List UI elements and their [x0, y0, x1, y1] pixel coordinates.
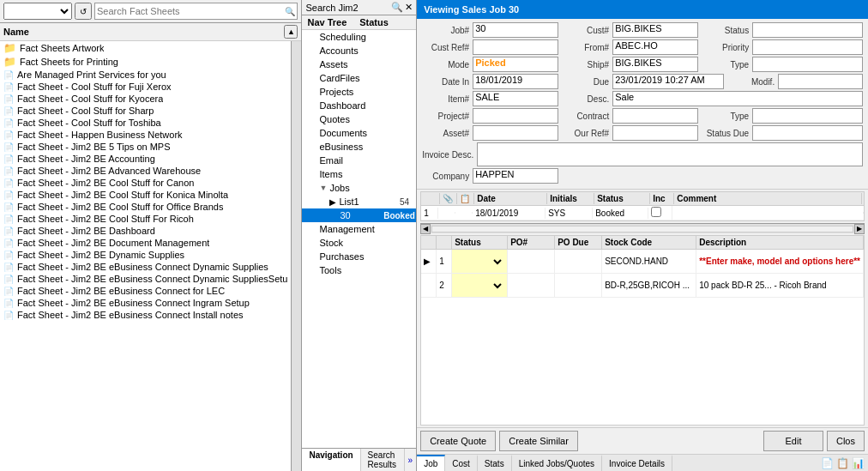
file-list-item[interactable]: 📄Fact Sheet - Jim2 BE eBusiness Connect …: [0, 297, 291, 309]
file-list-item[interactable]: 📄Fact Sheet - Jim2 BE eBusiness Connect …: [0, 309, 291, 321]
file-list-item[interactable]: 📄Fact Sheet - Jim2 BE Cool Stuff For Ric…: [0, 213, 291, 225]
due-field[interactable]: 23/01/2019 10:27 AM: [612, 74, 724, 89]
file-list-item[interactable]: 📄Fact Sheet - Cool Stuff for Fuji Xerox: [0, 81, 291, 93]
tab-job[interactable]: Job: [417, 455, 445, 471]
file-list-item[interactable]: 📄Are Managed Print Services for you: [0, 69, 291, 81]
status-due-field[interactable]: [752, 125, 863, 141]
nav-item[interactable]: Accounts: [302, 44, 416, 57]
expand-arrow[interactable]: »: [405, 449, 417, 471]
close-icon[interactable]: ✕: [405, 2, 413, 13]
mode-field[interactable]: Picked: [473, 57, 558, 72]
modif-field[interactable]: [778, 74, 863, 89]
file-list-item[interactable]: 📄Fact Sheet - Jim2 BE Dynamic Supplies: [0, 249, 291, 261]
file-list-item[interactable]: 📄Fact Sheet - Cool Stuff for Sharp: [0, 105, 291, 117]
our-ref-field[interactable]: [612, 125, 698, 141]
nav-item[interactable]: Scheduling: [302, 30, 416, 44]
job-field[interactable]: 30: [473, 22, 558, 38]
file-list-item[interactable]: 📁Fact Sheets Artwork: [0, 41, 291, 55]
navigation-tab[interactable]: Navigation: [302, 449, 360, 471]
priority-field[interactable]: [752, 39, 863, 55]
search-input[interactable]: [97, 6, 285, 16]
sort-up-button[interactable]: ▲: [284, 25, 298, 39]
tab-cost[interactable]: Cost: [445, 455, 478, 471]
search-icon[interactable]: 🔍: [391, 2, 403, 13]
nav-item[interactable]: Documents: [302, 126, 416, 140]
scroll-left-btn[interactable]: ◀: [420, 224, 431, 234]
tab-stats[interactable]: Stats: [478, 455, 512, 471]
search-icon[interactable]: 🔍: [285, 7, 295, 16]
comment-cell[interactable]: [672, 212, 864, 214]
invoice-desc-field[interactable]: [477, 142, 863, 166]
status-field[interactable]: [752, 22, 863, 38]
lower-grid-row-2[interactable]: 2 BD-R,25GB,RICOH ... 10 pack BD-R 25...…: [421, 274, 864, 298]
ship-field[interactable]: BIG.BIKES: [612, 57, 698, 72]
from-field[interactable]: ABEC.HO: [612, 39, 698, 55]
cust-ref-field[interactable]: [473, 39, 558, 55]
nav-item[interactable]: ▼ Jobs: [302, 181, 416, 195]
file-list-item[interactable]: 📄Fact Sheet - Jim2 BE eBusiness Connect …: [0, 261, 291, 273]
file-list-item[interactable]: 📄Fact Sheet - Jim2 BE 5 Tips on MPS: [0, 141, 291, 153]
nav-item[interactable]: ▶ List154: [302, 195, 416, 208]
create-similar-button[interactable]: Create Similar: [499, 431, 578, 451]
refresh-button[interactable]: ↺: [75, 3, 92, 20]
file-list-item[interactable]: 📄Fact Sheet - Jim2 BE Advanced Warehouse: [0, 165, 291, 177]
type2-field[interactable]: [752, 108, 863, 124]
tab-linked-jobs[interactable]: Linked Jobs/Quotes: [512, 455, 602, 471]
upper-grid-row[interactable]: 1 18/01/2019 SYS Booked: [421, 206, 864, 220]
nav-item[interactable]: Projects: [302, 85, 416, 99]
nav-item[interactable]: Assets: [302, 57, 416, 71]
file-list-item[interactable]: 📄Fact Sheet - Jim2 BE Cool Stuff for Off…: [0, 201, 291, 213]
nav-item[interactable]: CardFiles: [302, 71, 416, 85]
nav-item[interactable]: Management: [302, 222, 416, 236]
file-list-item[interactable]: 📄Fact Sheet - Cool Stuff for Toshiba: [0, 117, 291, 129]
file-list-item[interactable]: 📄Fact Sheet - Cool Stuff for Kyocera: [0, 93, 291, 105]
cust-num-field[interactable]: BIG.BIKES: [612, 22, 698, 38]
lower-grid-row-1[interactable]: ▶ 1 SECOND.HAND **Enter make, model and …: [421, 250, 864, 274]
project-field[interactable]: [473, 108, 558, 124]
nav-item[interactable]: Items: [302, 167, 416, 181]
scroll-track[interactable]: [431, 226, 853, 232]
tab-invoice-details[interactable]: Invoice Details: [602, 455, 672, 471]
nav-item[interactable]: Dashboard: [302, 99, 416, 112]
row2-status-select[interactable]: [455, 278, 504, 293]
contract-field[interactable]: [612, 108, 698, 124]
nav-item[interactable]: 30Booked: [302, 208, 416, 222]
nav-item[interactable]: Quotes: [302, 112, 416, 126]
nav-item[interactable]: Purchases: [302, 250, 416, 263]
nav-item[interactable]: eBusiness: [302, 140, 416, 154]
file-list-item[interactable]: 📄Fact Sheet - Happen Business Network: [0, 129, 291, 141]
close-button[interactable]: Clos: [827, 431, 865, 451]
btab-icon-1[interactable]: 📄: [821, 457, 834, 469]
edit-button[interactable]: Edit: [763, 431, 823, 451]
file-list-item[interactable]: 📁Fact Sheets for Printing: [0, 55, 291, 69]
row1-status[interactable]: [452, 250, 508, 273]
inc-checkbox[interactable]: [651, 207, 661, 217]
item-field[interactable]: SALE: [473, 91, 558, 106]
row1-status-select[interactable]: [455, 254, 504, 269]
create-quote-button[interactable]: Create Quote: [420, 431, 496, 451]
file-list-item[interactable]: 📄Fact Sheet - Jim2 BE Dashboard: [0, 225, 291, 237]
left-scrollbar[interactable]: [291, 41, 301, 471]
btab-icon-2[interactable]: 📋: [836, 457, 849, 469]
folder-select[interactable]: [3, 3, 72, 20]
desc-field[interactable]: Sale: [612, 91, 863, 106]
file-list-item[interactable]: 📄Fact Sheet - Jim2 BE eBusiness Connect …: [0, 273, 291, 285]
nav-item[interactable]: Tools: [302, 263, 416, 277]
search-results-tab[interactable]: Search Results: [361, 449, 405, 471]
file-item-label: Fact Sheet - Jim2 BE eBusiness Connect D…: [17, 274, 287, 284]
file-list-item[interactable]: 📄Fact Sheet - Jim2 BE Accounting: [0, 153, 291, 165]
file-list-item[interactable]: 📄Fact Sheet - Jim2 BE eBusiness Connect …: [0, 285, 291, 297]
date-in-field[interactable]: 18/01/2019: [473, 74, 558, 89]
file-list-item[interactable]: 📄Fact Sheet - Jim2 BE Document Managemen…: [0, 237, 291, 249]
asset-field[interactable]: [473, 125, 558, 141]
nav-item[interactable]: Stock: [302, 236, 416, 250]
scroll-right-btn[interactable]: ▶: [854, 224, 865, 234]
file-list-item[interactable]: 📄Fact Sheet - Jim2 BE Cool Stuff for Can…: [0, 177, 291, 189]
company-field[interactable]: HAPPEN: [473, 168, 558, 184]
nav-item[interactable]: Email: [302, 154, 416, 167]
horiz-scrollbar[interactable]: ◀ ▶: [420, 223, 865, 233]
row2-status[interactable]: [452, 274, 508, 297]
btab-icon-3[interactable]: 📊: [852, 457, 865, 469]
file-list-item[interactable]: 📄Fact Sheet - Jim2 BE Cool Stuff for Kon…: [0, 189, 291, 201]
type-field[interactable]: [752, 57, 863, 72]
